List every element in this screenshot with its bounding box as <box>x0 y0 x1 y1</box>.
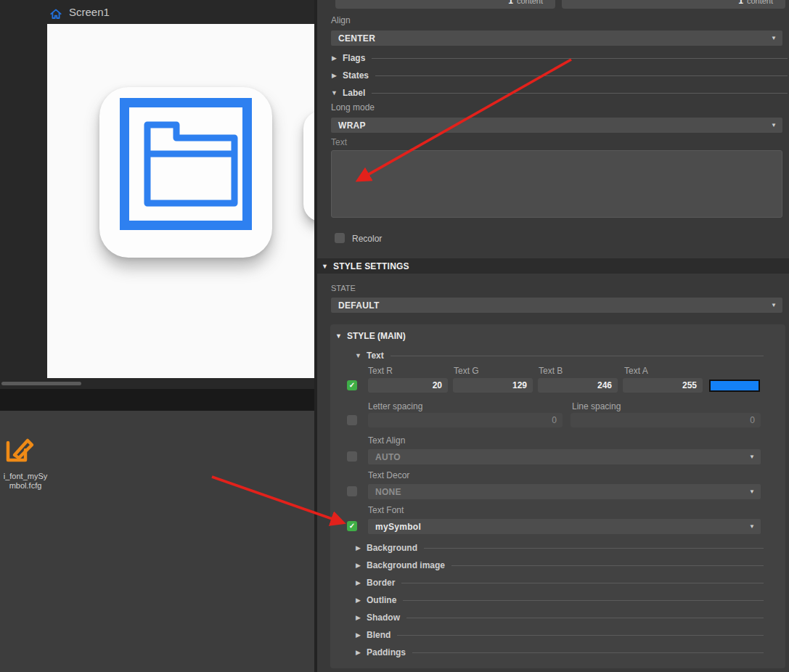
asset-file-name-line1[interactable]: i_font_mySy <box>0 472 51 480</box>
font-file-edit-icon[interactable] <box>4 433 37 467</box>
section-border[interactable]: ▶ Border <box>355 578 764 588</box>
section-background[interactable]: ▶ Background <box>355 543 764 553</box>
home-icon[interactable] <box>49 7 63 25</box>
letter-spacing-label: Letter spacing <box>368 401 422 411</box>
section-background-label: Background <box>367 543 417 553</box>
unit-dropdown-icon[interactable]: ▾ <box>547 0 549 1</box>
divider <box>375 75 788 76</box>
text-a-field[interactable]: 255 <box>623 378 703 393</box>
screen-tab-bar: Screen1 <box>0 0 314 24</box>
section-shadow[interactable]: ▶ Shadow <box>355 612 764 623</box>
height-field[interactable]: 1 content ▾ <box>562 0 785 9</box>
long-mode-dropdown[interactable]: WRAP ▼ <box>331 118 782 133</box>
state-value: DEFAULT <box>331 300 380 311</box>
divider <box>372 93 788 94</box>
divider <box>412 652 764 653</box>
section-shadow-label: Shadow <box>367 612 400 623</box>
triangle-right-icon: ▶ <box>355 649 361 656</box>
divider <box>451 565 764 566</box>
spacing-checkbox[interactable] <box>347 415 357 425</box>
section-label-title: Label <box>343 88 365 98</box>
asset-panel[interactable]: i_font_mySy mbol.fcfg <box>0 411 314 672</box>
divider <box>406 618 764 618</box>
canvas-folder-button[interactable] <box>99 87 272 258</box>
section-outline[interactable]: ▶ Outline <box>355 595 764 605</box>
text-b-label: Text B <box>539 366 563 376</box>
state-dropdown[interactable]: DEFAULT ▼ <box>331 298 782 313</box>
text-align-label: Text Align <box>368 435 405 446</box>
height-unit: content <box>747 0 773 5</box>
triangle-right-icon: ▶ <box>355 579 361 586</box>
text-align-dropdown[interactable]: AUTO ▼ <box>368 449 761 464</box>
divider <box>424 548 764 549</box>
text-color-checkbox[interactable]: ✓ <box>347 380 357 390</box>
section-background-image[interactable]: ▶ Background image <box>355 560 764 570</box>
text-r-value: 20 <box>433 380 442 390</box>
triangle-right-icon: ▶ <box>355 562 361 569</box>
asset-file-name-line2[interactable]: mbol.fcfg <box>0 481 51 490</box>
design-canvas[interactable] <box>47 24 314 378</box>
text-input[interactable] <box>331 150 782 218</box>
text-font-label: Text Font <box>368 505 404 515</box>
letter-spacing-field[interactable]: 0 <box>368 413 563 427</box>
section-paddings[interactable]: ▶ Paddings <box>355 647 764 657</box>
triangle-right-icon: ▶ <box>355 544 361 552</box>
align-value: CENTER <box>331 33 375 44</box>
text-align-checkbox[interactable] <box>347 451 357 462</box>
height-value: 1 <box>738 0 743 6</box>
chevron-down-icon: ▼ <box>749 488 761 495</box>
section-border-label: Border <box>367 578 395 588</box>
text-b-field[interactable]: 246 <box>538 378 618 393</box>
width-field[interactable]: 1 content ▾ <box>335 0 555 9</box>
canvas-partial-button[interactable] <box>303 111 314 221</box>
text-style-section[interactable]: ▼ Text <box>355 351 764 361</box>
text-decor-checkbox[interactable] <box>347 486 357 496</box>
triangle-right-icon: ▶ <box>355 614 361 621</box>
state-label: STATE <box>331 284 356 292</box>
divider <box>372 58 788 59</box>
text-color-swatch[interactable] <box>709 380 760 392</box>
text-b-value: 246 <box>597 380 612 390</box>
width-value: 1 <box>508 0 513 6</box>
style-main-header[interactable]: ▼ STYLE (MAIN) <box>335 331 406 341</box>
section-flags[interactable]: ▶ Flags <box>331 53 788 63</box>
line-spacing-label: Line spacing <box>572 401 621 411</box>
text-r-field[interactable]: 20 <box>368 378 448 393</box>
section-states-label: States <box>343 70 369 81</box>
unit-dropdown-icon[interactable]: ▾ <box>777 0 779 1</box>
divider <box>403 600 764 601</box>
line-spacing-field[interactable]: 0 <box>571 413 761 427</box>
section-outline-label: Outline <box>367 595 396 605</box>
checkmark-icon: ✓ <box>349 523 355 530</box>
line-spacing-value: 0 <box>750 415 755 425</box>
folder-symbol-icon <box>99 87 272 258</box>
section-blend-label: Blend <box>367 630 391 640</box>
section-blend[interactable]: ▶ Blend <box>355 630 764 640</box>
editor-left-pane: Screen1 i_font_mySy mbol.fcfg <box>0 0 314 672</box>
section-label[interactable]: ▼ Label <box>331 88 788 98</box>
triangle-right-icon: ▶ <box>331 54 338 62</box>
chevron-down-icon: ▼ <box>749 454 761 460</box>
triangle-down-icon: ▼ <box>355 352 361 359</box>
text-font-checkbox[interactable]: ✓ <box>347 521 357 531</box>
align-label: Align <box>331 15 351 25</box>
inspector-panel: 1 content ▾ 1 content ▾ Align CENTER ▼ ▶… <box>317 0 789 672</box>
chevron-down-icon: ▼ <box>771 302 782 308</box>
text-font-dropdown[interactable]: mySymbol ▼ <box>368 519 761 534</box>
screen-tab-label[interactable]: Screen1 <box>69 6 110 18</box>
long-mode-value: WRAP <box>331 120 366 131</box>
text-label: Text <box>331 137 347 147</box>
text-g-field[interactable]: 129 <box>453 378 533 393</box>
text-style-section-title: Text <box>367 351 384 361</box>
align-dropdown[interactable]: CENTER ▼ <box>331 30 782 46</box>
style-settings-header[interactable]: ▼ STYLE SETTINGS <box>317 258 789 274</box>
letter-spacing-value: 0 <box>552 415 557 425</box>
text-decor-dropdown[interactable]: NONE ▼ <box>368 484 761 499</box>
text-g-label: Text G <box>454 366 479 376</box>
section-states[interactable]: ▶ States <box>331 70 788 81</box>
text-g-value: 129 <box>512 380 527 390</box>
recolor-checkbox[interactable] <box>335 233 345 243</box>
text-r-label: Text R <box>368 366 393 376</box>
canvas-horizontal-scrollbar[interactable] <box>1 382 81 385</box>
width-unit: content <box>517 0 543 5</box>
